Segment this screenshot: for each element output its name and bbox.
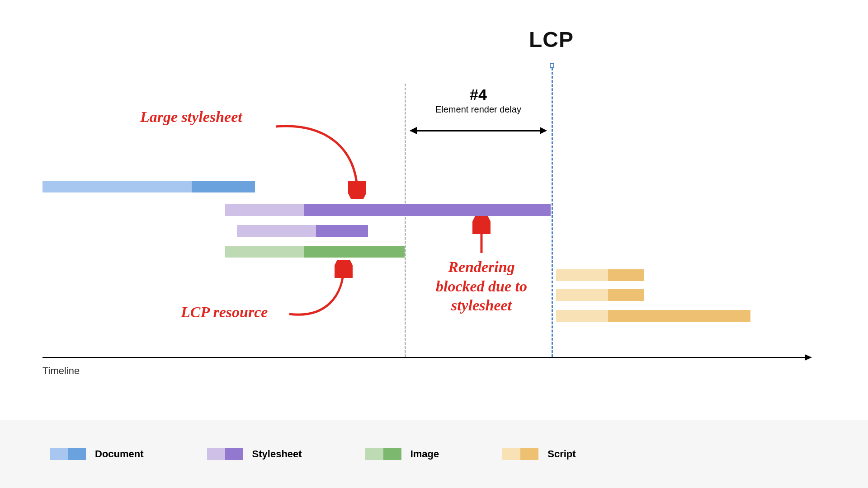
diagram-canvas: LCP #4 Element render delay Large styles… [0,0,868,488]
bar-document [42,181,255,192]
segment-subtitle: Element render delay [405,104,552,115]
annotation-large-stylesheet: Large stylesheet [140,108,242,127]
swatch-stylesheet-icon [207,448,243,460]
annotation-render-blocked: Rendering blocked due to stylesheet [429,258,533,315]
segment-heading: #4 Element render delay [405,86,552,115]
bar-image-lcp [225,246,405,258]
legend-item-document: Document [50,448,144,460]
lcp-marker-icon [550,63,554,68]
segment-range-arrow [410,130,546,131]
lcp-heading: LCP [529,27,574,52]
arrow-large-stylesheet-icon [271,117,389,208]
legend-label-document: Document [95,448,144,460]
render-start-dashed-line [405,84,406,357]
bar-script-1 [556,269,644,281]
bar-stylesheet-2 [237,225,368,237]
legend-label-script: Script [547,448,576,460]
swatch-document-icon [50,448,86,460]
legend: Document Stylesheet Image Script [0,420,868,488]
swatch-image-icon [365,448,401,460]
arrow-render-blocked-icon [475,219,493,255]
legend-item-script: Script [502,448,576,460]
bar-script-2 [556,289,644,301]
swatch-script-icon [502,448,538,460]
segment-number: #4 [405,86,552,103]
timeline-label: Timeline [42,365,80,377]
legend-item-stylesheet: Stylesheet [207,448,302,460]
arrow-lcp-resource-icon [285,260,375,328]
legend-label-stylesheet: Stylesheet [252,448,302,460]
legend-label-image: Image [410,448,439,460]
bar-script-3 [556,310,750,322]
timeline-axis [42,357,811,358]
legend-item-image: Image [365,448,439,460]
annotation-lcp-resource: LCP resource [181,303,268,322]
